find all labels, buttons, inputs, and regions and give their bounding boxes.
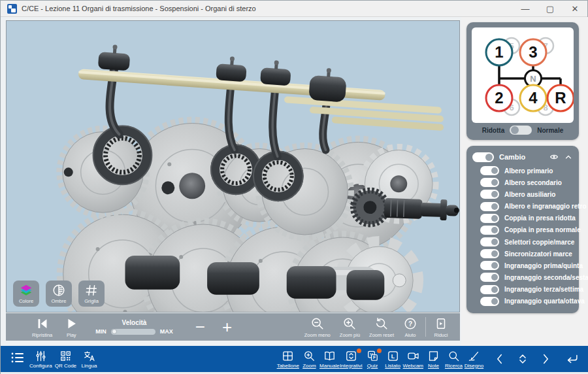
layer-toggle[interactable] <box>480 273 499 282</box>
layer-toggle[interactable] <box>480 178 499 187</box>
notification-badge <box>377 348 382 353</box>
slider-knob[interactable] <box>112 329 117 334</box>
menu-button[interactable] <box>10 350 25 368</box>
ridotta-label: Ridotta <box>482 127 504 134</box>
layer-item[interactable]: Ingranaggio terza/settima <box>480 285 573 294</box>
manuale-button[interactable]: Manuale <box>319 350 340 369</box>
ombre-button[interactable]: Ombre <box>46 280 72 307</box>
gearbox-3d-render <box>7 21 459 313</box>
chevron-up-icon[interactable] <box>564 152 573 162</box>
gear-position-2[interactable]: 2 <box>486 85 512 111</box>
window-title: C/CE - Lezione 11 Organi di trasmissione… <box>22 5 256 12</box>
layer-item[interactable]: Coppia in presa normale <box>480 226 573 235</box>
griglia-button[interactable]: Griglia <box>78 280 105 307</box>
gear-position-R[interactable]: R <box>547 85 574 111</box>
velocity-slider[interactable] <box>111 329 155 335</box>
webcam-button[interactable]: Webcam <box>403 350 423 369</box>
eye-icon[interactable] <box>549 152 559 162</box>
qr-code-button[interactable]: QR Code <box>55 350 76 369</box>
ombre-label: Ombre <box>52 298 67 304</box>
3d-model-viewport[interactable]: Colore Ombre Griglia <box>6 20 460 313</box>
zoom-in-button[interactable]: Zoom più <box>340 316 360 338</box>
svg-text:R: R <box>555 89 566 107</box>
lingua-button[interactable]: Lingua <box>79 350 99 369</box>
layer-toggle[interactable] <box>480 237 499 246</box>
zoom-tool-button[interactable]: Zoom <box>299 350 319 369</box>
layer-item[interactable]: Albero primario <box>480 166 573 175</box>
video-camera-icon <box>407 350 419 362</box>
grid-icon <box>84 283 99 298</box>
listing-icon: L <box>387 350 399 362</box>
zoom-reset-button[interactable]: Zoom reset <box>369 316 394 338</box>
maximize-button[interactable]: ▢ <box>538 1 563 16</box>
gear-position-3[interactable]: 3 <box>520 39 546 65</box>
zoom-out-button[interactable]: Zoom meno <box>304 316 331 338</box>
note-button[interactable]: Note <box>423 350 444 369</box>
layer-item[interactable]: Selettori coppie/marce <box>480 237 573 246</box>
layer-toggle[interactable] <box>480 214 499 223</box>
quiz-button[interactable]: V F Quiz <box>363 350 383 369</box>
play-icon <box>64 316 78 331</box>
help-button[interactable]: ? Aiuto <box>403 316 417 338</box>
zoom-reset-label: Zoom reset <box>369 332 394 338</box>
chevron-left-icon <box>493 352 507 366</box>
note-icon <box>427 350 440 362</box>
notification-badge <box>357 348 361 353</box>
disegno-button[interactable]: Disegno <box>464 350 484 369</box>
layer-toggle[interactable] <box>480 190 499 199</box>
max-label: MAX <box>160 328 173 335</box>
configura-button[interactable]: Configura <box>29 350 52 369</box>
integrativi-button[interactable]: Integrativi <box>340 350 363 369</box>
ricerca-button[interactable]: Ricerca <box>444 350 464 369</box>
gear-position-1[interactable]: 1 <box>486 39 512 65</box>
return-button[interactable] <box>562 352 582 366</box>
close-button[interactable]: ✕ <box>563 1 587 16</box>
layer-toggle[interactable] <box>480 285 499 294</box>
minimize-button[interactable]: — <box>513 1 538 16</box>
layer-toggle[interactable] <box>480 166 499 175</box>
prev-button[interactable] <box>489 352 510 366</box>
layer-toggle[interactable] <box>480 261 499 270</box>
play-button[interactable]: Play <box>64 316 78 338</box>
gear-shifter-panel: 5 7 6 8 1 3 N 2 4 R Ridotta Normale <box>466 22 579 140</box>
layer-toggle[interactable] <box>480 226 499 235</box>
layer-item[interactable]: Ingranaggio prima/quinta <box>480 261 573 270</box>
layer-item[interactable]: Albero e ingranaggio retro <box>480 202 573 211</box>
layer-item[interactable]: Ingranaggio seconda/sesta <box>480 273 573 282</box>
layer-item[interactable]: Ingranaggio quarta/ottava <box>480 297 573 306</box>
magnifier-plus-icon <box>303 350 316 362</box>
cambio-toggle[interactable] <box>472 152 494 162</box>
layer-toggle[interactable] <box>480 202 499 211</box>
gear-position-4[interactable]: 4 <box>520 85 546 111</box>
layer-item[interactable]: Albero ausiliario <box>480 190 573 199</box>
zoom-in-icon <box>342 316 357 331</box>
layer-toggle[interactable] <box>480 297 499 306</box>
divider <box>425 317 426 337</box>
speed-decrease-button[interactable]: − <box>195 320 205 333</box>
speed-increase-button[interactable]: + <box>222 320 232 333</box>
layer-item[interactable]: Albero secondario <box>480 178 573 187</box>
layer-toggle[interactable] <box>480 249 499 258</box>
svg-text:4: 4 <box>529 89 538 107</box>
range-toggle[interactable] <box>510 126 532 135</box>
minimize-panel-button[interactable]: Riduci <box>434 316 448 338</box>
min-label: MIN <box>95 328 106 335</box>
ripristina-label: Ripristina <box>32 332 52 338</box>
layer-item[interactable]: Sincronizzatori marce <box>480 249 573 258</box>
shading-icon <box>52 283 66 298</box>
return-arrow-icon <box>565 352 580 366</box>
zoom-reset-icon <box>374 316 389 331</box>
shift-pattern-svg: 5 7 6 8 1 3 N 2 4 R <box>472 27 574 123</box>
colore-button[interactable]: Colore <box>13 280 39 307</box>
tabellone-button[interactable]: Tabellone <box>277 350 299 369</box>
range-toggle-knob[interactable] <box>511 126 519 134</box>
next-button[interactable] <box>535 352 555 366</box>
skip-back-icon <box>35 316 50 331</box>
scroll-updown-button[interactable] <box>512 352 532 366</box>
layer-item[interactable]: Coppia in presa ridotta <box>480 214 573 223</box>
shift-pattern-diagram: 5 7 6 8 1 3 N 2 4 R <box>472 27 574 123</box>
ripristina-button[interactable]: Ripristina <box>32 316 52 338</box>
selector-rail <box>76 44 446 131</box>
listato-button[interactable]: L Listato <box>383 350 403 369</box>
svg-text:2: 2 <box>495 89 503 107</box>
